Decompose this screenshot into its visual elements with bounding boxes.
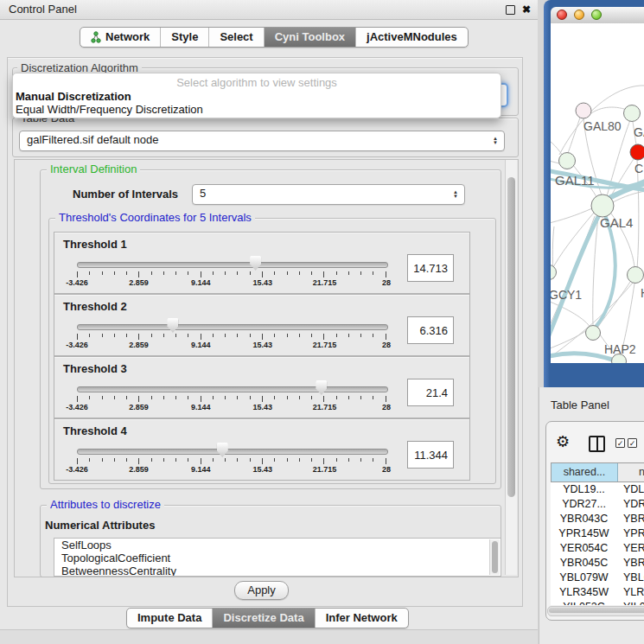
cell-shared-name[interactable]: YBL079W <box>551 571 617 585</box>
network-view-canvas[interactable]: GAL80 GA C GAL11 GAL4 GCY1 H HAP2 <box>551 23 644 363</box>
scrollbar-thumb[interactable] <box>549 608 644 613</box>
network-node-gcy1[interactable] <box>551 265 557 280</box>
cell-name[interactable]: YDR27 <box>617 497 644 512</box>
scrollbar-thumb[interactable] <box>492 541 498 573</box>
cell-shared-name[interactable]: YER054C <box>551 541 617 556</box>
bottom-strip <box>0 629 538 644</box>
cell-name[interactable]: YDL19 <box>617 482 644 497</box>
tab-network[interactable]: Network <box>80 28 160 47</box>
threshold-slider-track[interactable] <box>77 449 388 455</box>
gear-icon[interactable]: ⚙ <box>556 433 570 450</box>
split-columns-icon[interactable] <box>589 436 605 452</box>
dropdown-option-manual[interactable]: Manual Discretization <box>13 90 501 103</box>
network-node-top-right[interactable] <box>624 105 641 122</box>
cell-shared-name[interactable]: YIL052C <box>551 600 617 605</box>
attributes-list-scrollbar[interactable] <box>489 539 500 575</box>
table-row[interactable]: YIL052CYIL05 <box>551 600 644 605</box>
close-icon[interactable]: ✖ <box>522 3 531 16</box>
table-row[interactable]: YBR045CYBR04 <box>551 556 644 571</box>
network-node-gal11[interactable] <box>559 153 576 169</box>
network-window-titlebar[interactable] <box>551 7 644 24</box>
threshold-slider-handle[interactable] <box>217 443 228 457</box>
network-node-hap2[interactable] <box>586 326 601 341</box>
column-header-shared-name[interactable]: shared... <box>552 463 618 481</box>
tab-jactivemnodules[interactable]: jActiveMNodules <box>355 28 468 47</box>
float-icon[interactable] <box>506 5 515 15</box>
minimize-traffic-light-icon[interactable] <box>574 10 584 20</box>
threshold-value-field[interactable]: 6.316 <box>407 316 454 344</box>
cell-name[interactable]: YBR04 <box>617 556 644 571</box>
tab-impute-data[interactable]: Impute Data <box>127 609 212 628</box>
cell-name[interactable]: YLR34 <box>617 585 644 600</box>
threshold-1-panel: Threshold 1 -3.4262.8599.14415.4321.7152… <box>54 232 470 294</box>
cell-shared-name[interactable]: YBR045C <box>551 556 617 571</box>
zoom-traffic-light-icon[interactable] <box>591 10 602 20</box>
numerical-attributes-list[interactable]: SelfLoopsTopologicalCoefficientBetweenne… <box>54 538 501 577</box>
tab-select[interactable]: Select <box>208 28 263 47</box>
network-node-gal4[interactable] <box>591 194 614 217</box>
slider-scale-label: 9.144 <box>191 465 211 474</box>
number-of-intervals-combobox[interactable]: 5 ▲▼ <box>192 184 465 205</box>
tab-cyni-toolbox[interactable]: Cyni Toolbox <box>264 28 355 47</box>
node-label-cut-c: C <box>634 162 643 175</box>
slider-scale-label: 15.43 <box>253 465 273 474</box>
node-attribute-table[interactable]: shared... na YDL19...YDL19YDR27...YDR27Y… <box>551 462 644 605</box>
network-node-selected-red[interactable] <box>630 144 644 160</box>
network-node-pink[interactable] <box>576 103 591 118</box>
table-horizontal-scrollbar[interactable] <box>547 606 644 616</box>
table-row[interactable]: YDR27...YDR27 <box>551 497 644 512</box>
threshold-slider-track[interactable] <box>77 324 388 330</box>
scrollbar-thumb[interactable] <box>507 177 515 497</box>
table-row[interactable]: YBL079WYBL07 <box>551 571 644 585</box>
tab-infer-network[interactable]: Infer Network <box>315 609 408 628</box>
slider-ticks <box>77 458 386 464</box>
cell-name[interactable]: YBR04 <box>617 512 644 526</box>
attribute-list-item[interactable]: BetweennessCentrality <box>54 564 501 577</box>
cell-shared-name[interactable]: YPR145W <box>551 526 617 541</box>
threshold-slider-track[interactable] <box>77 386 388 392</box>
table-row[interactable]: YBR043CYBR04 <box>551 512 644 526</box>
combo-stepper-icon: ▲▼ <box>453 190 458 199</box>
thresholds-group-title: Threshold's Coordinates for 5 Intervals <box>55 212 255 224</box>
apply-button[interactable]: Apply <box>234 581 289 600</box>
slider-scale-label: 21.715 <box>313 341 337 349</box>
cell-name[interactable]: YPR14 <box>617 526 644 541</box>
threshold-3-panel: Threshold 3 -3.4262.8599.14415.4321.7152… <box>54 356 470 418</box>
cell-shared-name[interactable]: YLR345W <box>551 585 617 600</box>
threshold-value-field[interactable]: 11.344 <box>407 441 454 469</box>
tab-discretize-data[interactable]: Discretize Data <box>212 609 314 628</box>
network-node-h[interactable] <box>628 267 644 284</box>
cell-name[interactable]: YER05 <box>617 541 644 556</box>
tab-style[interactable]: Style <box>160 28 208 47</box>
cell-name[interactable]: YBL07 <box>617 571 644 585</box>
dropdown-option-equal-width[interactable]: Equal Width/Frequency Discretization <box>13 103 501 116</box>
slider-scale-label: 9.144 <box>191 403 211 411</box>
attribute-list-item[interactable]: SelfLoops <box>54 539 501 552</box>
threshold-value-field[interactable]: 21.4 <box>407 379 454 406</box>
table-row[interactable]: YLR345WYLR34 <box>551 585 644 600</box>
node-label-cut-h: H <box>641 286 644 300</box>
table-row[interactable]: YER054CYER05 <box>551 541 644 556</box>
close-traffic-light-icon[interactable] <box>557 10 567 20</box>
threshold-slider-handle[interactable] <box>316 380 327 395</box>
column-header-name[interactable]: na <box>618 463 644 481</box>
cell-name[interactable]: YIL05 <box>617 600 644 605</box>
slider-scale-label: 2.859 <box>129 465 149 474</box>
table-row[interactable]: YPR145WYPR14 <box>551 526 644 541</box>
checked-checkbox-icon[interactable]: ✓ <box>615 438 625 448</box>
threshold-slider-track[interactable] <box>77 262 388 268</box>
table-panel-title: Table Panel <box>551 399 609 411</box>
checked-checkbox-icon[interactable]: ✓ <box>628 438 637 448</box>
threshold-slider-handle[interactable] <box>167 318 178 333</box>
node-label-gal80: GAL80 <box>583 119 622 133</box>
threshold-value-field[interactable]: 14.713 <box>407 254 454 282</box>
cell-shared-name[interactable]: YBR043C <box>551 512 617 526</box>
settings-vertical-scrollbar[interactable] <box>505 160 517 575</box>
table-data-combobox[interactable]: galFiltered.sif default node ▲▼ <box>19 131 505 151</box>
cell-shared-name[interactable]: YDR27... <box>551 497 617 512</box>
algorithm-dropdown-popup: Select algorithm to view settings Manual… <box>12 73 501 118</box>
threshold-slider-handle[interactable] <box>250 256 261 271</box>
attribute-list-item[interactable]: TopologicalCoefficient <box>54 552 501 564</box>
table-row[interactable]: YDL19...YDL19 <box>551 482 644 497</box>
cell-shared-name[interactable]: YDL19... <box>551 482 617 497</box>
